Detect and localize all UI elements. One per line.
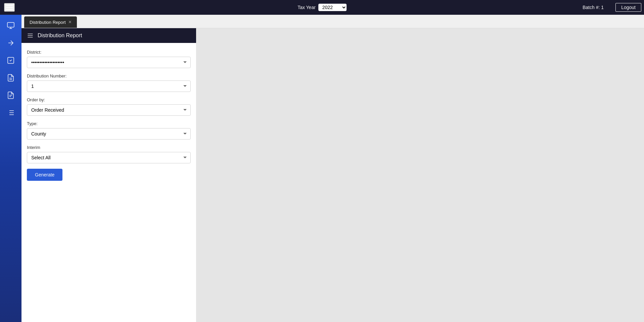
monitor-icon (7, 21, 15, 30)
distribution-number-group: Distribution Number: 1 2 3 4 5 (27, 73, 191, 92)
district-select[interactable]: •••••••••••••••••••• (27, 57, 191, 68)
tax-year-label: Tax Year (297, 5, 316, 10)
tax-year-select[interactable]: 2022 2021 2020 2023 (318, 4, 347, 11)
interim-select[interactable]: Select All Yes No (27, 152, 191, 163)
tabbar: Distribution Report × (21, 15, 644, 28)
sidebar-item-checkbox[interactable] (3, 52, 19, 68)
batch-info: Batch #: 1 (583, 5, 604, 10)
document-icon (7, 74, 15, 82)
list-icon (7, 109, 15, 117)
sidebar-item-document2[interactable] (3, 87, 19, 103)
type-select[interactable]: County City State (27, 128, 191, 140)
district-label: District: (27, 50, 191, 55)
sidebar-item-list[interactable] (3, 105, 19, 121)
tax-year-selector: Tax Year 2022 2021 2020 2023 (297, 4, 347, 11)
arrow-right-icon (7, 39, 15, 47)
form-menu-icon[interactable] (27, 32, 34, 39)
main-content: Distribution Report District: ••••••••••… (21, 28, 644, 322)
navbar: Tax Year 2022 2021 2020 2023 Batch #: 1 … (0, 0, 644, 15)
checkbox-icon (7, 56, 15, 64)
svg-rect-0 (7, 22, 14, 27)
interim-label: Interim (27, 145, 191, 150)
distribution-report-tab[interactable]: Distribution Report × (24, 16, 77, 28)
logout-button[interactable]: Logout (615, 3, 641, 12)
form-panel: Distribution Report District: ••••••••••… (21, 28, 196, 322)
hamburger-button[interactable] (4, 3, 15, 12)
form-title: Distribution Report (38, 33, 82, 39)
interim-group: Interim Select All Yes No (27, 145, 191, 163)
sidebar-item-arrow[interactable] (3, 35, 19, 51)
district-group: District: •••••••••••••••••••• (27, 50, 191, 68)
generate-button[interactable]: Generate (27, 169, 62, 181)
hamburger-icon (27, 32, 34, 39)
order-by-group: Order by: Order Received Alphabetical Da… (27, 97, 191, 116)
form-body: District: •••••••••••••••••••• Distribut… (21, 43, 196, 187)
content-area (196, 28, 644, 322)
generate-button-wrapper: Generate (27, 169, 191, 181)
document2-icon (7, 91, 15, 99)
distribution-number-label: Distribution Number: (27, 73, 191, 78)
form-header: Distribution Report (21, 28, 196, 43)
type-group: Type: County City State (27, 121, 191, 140)
order-by-select[interactable]: Order Received Alphabetical Date (27, 104, 191, 116)
tab-label: Distribution Report (30, 20, 66, 25)
tab-close-button[interactable]: × (68, 19, 72, 25)
sidebar (0, 15, 21, 322)
type-label: Type: (27, 121, 191, 126)
distribution-number-select[interactable]: 1 2 3 4 5 (27, 80, 191, 92)
sidebar-item-document1[interactable] (3, 70, 19, 86)
order-by-label: Order by: (27, 97, 191, 102)
sidebar-item-monitor[interactable] (3, 17, 19, 34)
